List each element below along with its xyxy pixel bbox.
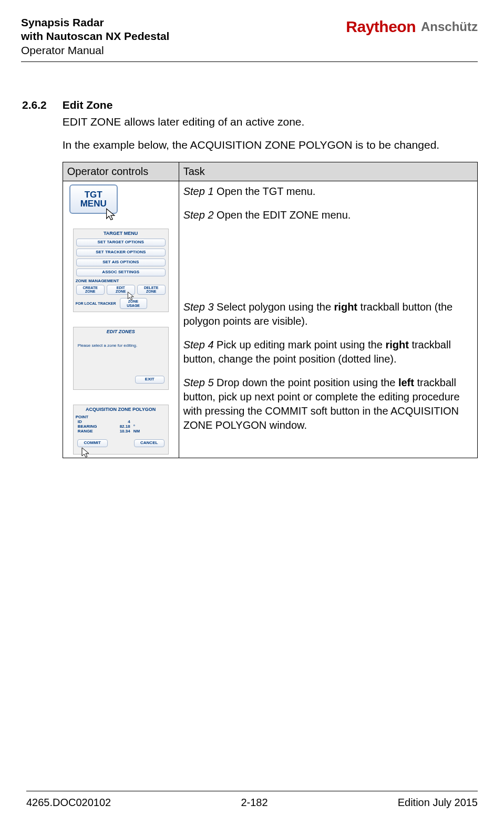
step-3-prefix: Step 3 [183, 301, 214, 313]
step-5-text-a: Drop down the point position using the [214, 377, 398, 388]
section-para-2: In the example below, the ACQUISITION ZO… [63, 138, 478, 152]
bearing-label: BEARING [78, 424, 106, 429]
page-header: Synapsis Radar with Nautoscan NX Pedesta… [21, 16, 478, 62]
edit-zone-l2: ZONE [116, 290, 126, 294]
step-2-text: Open the EDIT ZONE menu. [214, 209, 351, 221]
cursor-arrow-icon [80, 447, 92, 459]
delete-zone-l1: DELETE [144, 286, 159, 290]
set-target-options-button[interactable]: SET TARGET OPTIONS [76, 239, 166, 246]
bearing-unit: ° [133, 424, 135, 429]
section-number: 2.6.2 [22, 99, 47, 111]
target-menu-panel: TARGET MENU SET TARGET OPTIONS SET TRACK… [73, 229, 169, 312]
edit-zone-l1: EDIT [117, 286, 125, 290]
exit-button[interactable]: EXIT [135, 376, 164, 384]
bearing-value: 82.18 [109, 424, 130, 429]
step-1-prefix: Step 1 [183, 185, 214, 197]
acq-zone-title: ACQUISITION ZONE POLYGON [74, 405, 168, 414]
create-zone-l2: ZONE [85, 290, 95, 294]
task-cell: Step 1 Open the TGT menu. Step 2 Open th… [179, 181, 477, 458]
for-local-tracker-label: FOR LOCAL TRACKER [76, 302, 116, 305]
zone-usage-l2: USAGE [127, 304, 140, 307]
step-5-prefix: Step 5 [183, 377, 214, 388]
zone-management-label: ZONE MANAGEMENT [74, 277, 168, 283]
step-4-text-a: Pick up editing mark point using the [214, 339, 386, 350]
point-label: POINT [74, 414, 168, 419]
commit-button[interactable]: COMMIT [77, 439, 108, 447]
doc-subtitle: Operator Manual [21, 44, 169, 57]
procedure-table: Operator controls Task TGT MENU [63, 162, 478, 458]
tgt-menu-line1: TGT [85, 190, 102, 200]
svg-marker-1 [128, 292, 133, 300]
footer-edition: Edition July 2015 [398, 797, 478, 809]
tgt-menu-line2: MENU [80, 199, 107, 209]
delete-zone-button[interactable]: DELETE ZONE [137, 285, 166, 295]
svg-marker-2 [82, 448, 89, 457]
range-label: RANGE [78, 429, 106, 434]
step-4-bold: right [385, 339, 408, 350]
step-1: Step 1 Open the TGT menu. [183, 184, 473, 199]
footer-page-number: 2-182 [241, 797, 268, 809]
step-3-text-a: Select polygon using the [214, 301, 334, 313]
brand-block: Raytheon Anschütz [346, 16, 478, 36]
id-label: ID [78, 419, 106, 424]
step-2-prefix: Step 2 [183, 209, 214, 221]
footer-doc-id: 4265.DOC020102 [26, 797, 111, 809]
edit-zone-button[interactable]: EDIT ZONE [107, 285, 135, 295]
section-title: Edit Zone [63, 99, 478, 111]
step-4: Step 4 Pick up editing mark point using … [183, 338, 473, 366]
svg-marker-0 [106, 209, 114, 220]
cursor-arrow-icon [126, 291, 137, 302]
assoc-settings-button[interactable]: ASSOC SETTINGS [76, 269, 166, 276]
cancel-button[interactable]: CANCEL [134, 439, 164, 447]
doc-title-block: Synapsis Radar with Nautoscan NX Pedesta… [21, 16, 169, 57]
range-value: 10.34 [109, 429, 130, 434]
step-5: Step 5 Drop down the point position usin… [183, 376, 473, 432]
target-menu-title: TARGET MENU [74, 229, 168, 238]
brand-anschutz: Anschütz [421, 19, 478, 34]
delete-zone-l2: ZONE [146, 290, 156, 294]
doc-title-line1: Synapsis Radar [21, 16, 169, 29]
operator-controls-cell: TGT MENU TARGET MENU SET TARGET OP [63, 181, 179, 458]
range-unit: NM [133, 429, 140, 434]
step-1-text: Open the TGT menu. [214, 185, 316, 197]
step-2: Step 2 Open the EDIT ZONE menu. [183, 208, 473, 222]
edit-zones-message: Please select a zone for editing. [74, 336, 168, 374]
brand-raytheon: Raytheon [346, 18, 416, 36]
id-value: 4 [109, 419, 130, 424]
create-zone-button[interactable]: CREATE ZONE [76, 285, 105, 295]
acquisition-zone-polygon-panel: ACQUISITION ZONE POLYGON POINT ID 4 BEAR… [73, 405, 169, 455]
set-ais-options-button[interactable]: SET AIS OPTIONS [76, 259, 166, 266]
step-5-bold: left [398, 377, 414, 388]
page-footer: 4265.DOC020102 2-182 Edition July 2015 [26, 791, 478, 809]
step-4-prefix: Step 4 [183, 339, 214, 350]
section-para-1: EDIT ZONE allows later editing of an act… [63, 115, 478, 129]
step-3-bold: right [334, 301, 357, 313]
step-3: Step 3 Select polygon using the right tr… [183, 300, 473, 328]
set-tracker-options-button[interactable]: SET TRACKER OPTIONS [76, 249, 166, 256]
table-header-task: Task [179, 162, 477, 181]
edit-zones-title: EDIT ZONES [74, 327, 168, 336]
edit-zones-panel: EDIT ZONES Please select a zone for edit… [73, 327, 169, 390]
doc-title-line2: with Nautoscan NX Pedestal [21, 29, 169, 43]
table-header-op: Operator controls [63, 162, 179, 181]
cursor-arrow-icon [104, 208, 119, 222]
create-zone-l1: CREATE [83, 286, 98, 290]
